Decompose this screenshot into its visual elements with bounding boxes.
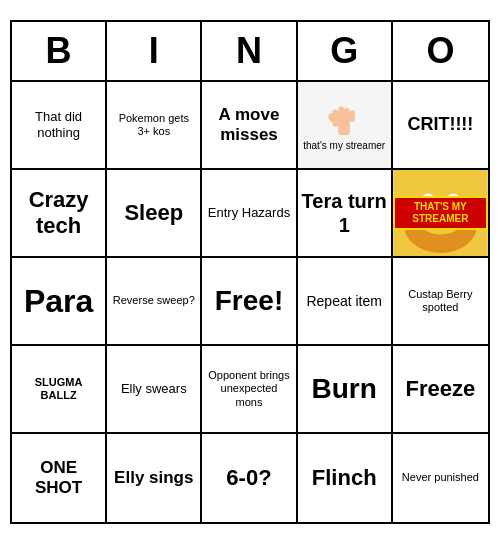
streamer-overlay: THAT'S MY STREAMER <box>393 170 488 256</box>
svg-rect-4 <box>350 111 355 122</box>
cell-r2c4[interactable]: Custap Berry spotted <box>393 258 488 346</box>
cell-r1c3[interactable]: Tera turn 1 <box>298 170 393 258</box>
header-i: I <box>107 22 202 80</box>
cell-r3c4[interactable]: Freeze <box>393 346 488 434</box>
cell-r0c2[interactable]: A move misses <box>202 82 297 170</box>
bingo-header: B I N G O <box>12 22 488 82</box>
cell-r4c4[interactable]: Never punished <box>393 434 488 522</box>
header-n: N <box>202 22 297 80</box>
cell-r2c3[interactable]: Repeat item <box>298 258 393 346</box>
svg-rect-2 <box>338 107 344 121</box>
cell-r2c0[interactable]: Para <box>12 258 107 346</box>
cell-r3c1[interactable]: Elly swears <box>107 346 202 434</box>
cell-r0c1[interactable]: Pokemon gets 3+ kos <box>107 82 202 170</box>
bingo-card: B I N G O That did nothing Pokemon gets … <box>10 20 490 524</box>
cell-r2c2[interactable]: Free! <box>202 258 297 346</box>
cell-r1c4[interactable]: THAT'S MY STREAMER <box>393 170 488 258</box>
cell-r0c3[interactable]: that's my streamer <box>298 82 393 170</box>
cell-r4c0[interactable]: ONE SHOT <box>12 434 107 522</box>
header-g: G <box>298 22 393 80</box>
cell-r4c1[interactable]: Elly sings <box>107 434 202 522</box>
cell-r4c2[interactable]: 6-0? <box>202 434 297 522</box>
cell-r1c0[interactable]: Crazy tech <box>12 170 107 258</box>
cell-r1c1[interactable]: Sleep <box>107 170 202 258</box>
cell-r2c1[interactable]: Reverse sweep? <box>107 258 202 346</box>
header-o: O <box>393 22 488 80</box>
cell-r0c4[interactable]: CRIT!!!! <box>393 82 488 170</box>
header-b: B <box>12 22 107 80</box>
svg-rect-3 <box>344 108 350 121</box>
bingo-grid: That did nothing Pokemon gets 3+ kos A m… <box>12 82 488 522</box>
cell-r4c3[interactable]: Flinch <box>298 434 393 522</box>
cell-r0c0[interactable]: That did nothing <box>12 82 107 170</box>
cell-r3c0[interactable]: SLUGMA BALLZ <box>12 346 107 434</box>
cell-r3c2[interactable]: Opponent brings unexpected mons <box>202 346 297 434</box>
hand-icon <box>324 98 364 138</box>
cell-r3c3[interactable]: Burn <box>298 346 393 434</box>
cell-r1c2[interactable]: Entry Hazards <box>202 170 297 258</box>
streamer-badge: THAT'S MY STREAMER <box>393 196 488 230</box>
